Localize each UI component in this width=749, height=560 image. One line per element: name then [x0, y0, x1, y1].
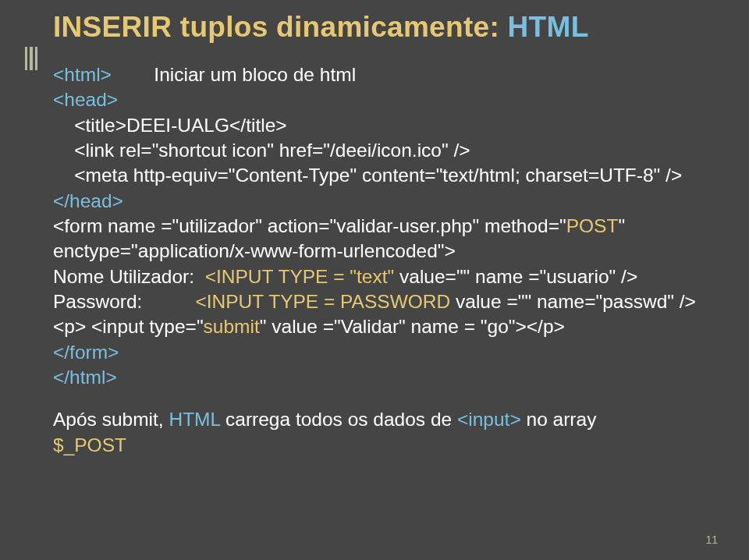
form-prefix: <form name ="utilizador" action="validar… [53, 215, 566, 236]
slide: INSERIR tuplos dinamicamente: HTML <html… [0, 0, 749, 560]
footer-b: HTML [169, 409, 220, 430]
input-password: <INPUT TYPE = PASSWORD [195, 291, 450, 312]
slide-content: <html> Iniciar um bloco de html <head> <… [53, 62, 712, 458]
nome-rest: value="" name ="usuario" /> [394, 266, 637, 287]
code-line-8: enctype="application/x-www-form-urlencod… [53, 239, 712, 264]
code-line-5: <meta http-equiv="Content-Type" content=… [53, 163, 712, 188]
decorative-bars [25, 47, 37, 70]
code-line-10: Password: <INPUT TYPE = PASSWORD value =… [53, 289, 712, 314]
gap [53, 390, 712, 407]
footer-line-2: $_POST [53, 433, 712, 458]
code-line-12: </form> [53, 340, 712, 365]
tag-html-open: <html> [53, 64, 112, 85]
code-line-7: <form name ="utilizador" action="validar… [53, 214, 712, 239]
code-line-11: <p> <input type="submit" value ="Validar… [53, 314, 712, 339]
footer-c: carrega todos os dados de [220, 409, 457, 430]
submit-prefix: <p> <input type=" [53, 316, 204, 337]
password-rest: value ="" name="passwd" /> [450, 291, 696, 312]
footer-e: no array [521, 409, 597, 430]
form-suffix: " [618, 215, 625, 236]
footer-a: Após submit, [53, 409, 169, 430]
nome-label: Nome Utilizador: [53, 266, 205, 287]
password-label: Password: [53, 291, 195, 312]
code-line-13: </html> [53, 365, 712, 390]
code-line-2: <head> [53, 87, 712, 112]
comment-iniciar: Iniciar um bloco de html [112, 64, 356, 85]
code-line-6: </head> [53, 189, 712, 214]
code-line-1: <html> Iniciar um bloco de html [53, 62, 712, 87]
title-main: INSERIR tuplos dinamicamente: [53, 11, 508, 43]
code-line-9: Nome Utilizador: <INPUT TYPE = "text" va… [53, 264, 712, 289]
title-suffix: HTML [508, 11, 589, 43]
code-line-4: <link rel="shortcut icon" href="/deei/ic… [53, 138, 712, 163]
slide-title: INSERIR tuplos dinamicamente: HTML [53, 11, 712, 44]
code-line-3: <title>DEEI-UALG</title> [53, 113, 712, 138]
footer-line-1: Após submit, HTML carrega todos os dados… [53, 407, 712, 432]
submit-suffix: " value ="Validar" name = "go"></p> [260, 316, 565, 337]
submit-keyword: submit [204, 316, 260, 337]
page-number: 11 [705, 533, 718, 546]
input-text: <INPUT TYPE = "text" [205, 266, 395, 287]
form-post: POST [566, 215, 619, 236]
footer-d: <input> [457, 409, 521, 430]
